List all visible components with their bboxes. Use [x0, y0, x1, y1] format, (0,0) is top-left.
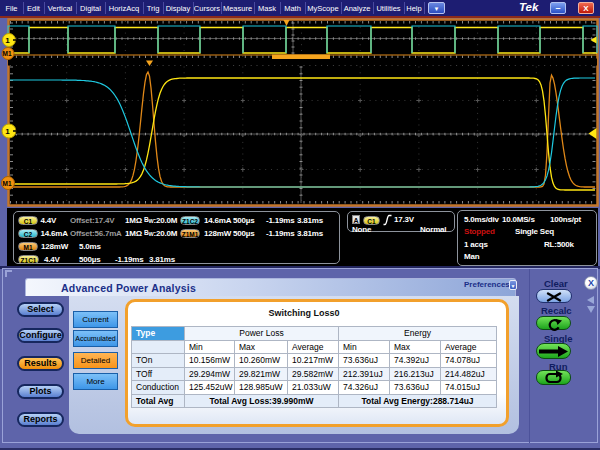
svg-text:M1: M1	[2, 180, 11, 187]
svg-text:1: 1	[5, 127, 10, 136]
svg-text:1: 1	[5, 36, 10, 45]
svg-text:M1: M1	[2, 50, 11, 57]
